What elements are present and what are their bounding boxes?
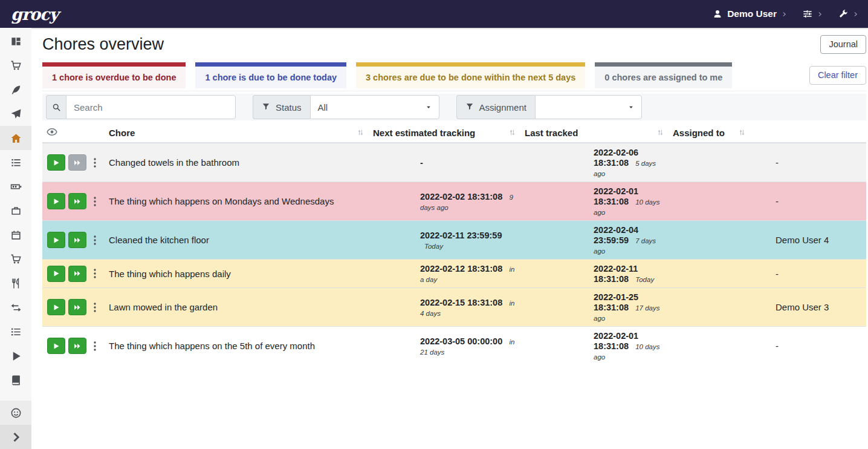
track-execution-button[interactable] (47, 299, 65, 315)
tasks-icon (10, 157, 22, 168)
search-input[interactable] (66, 95, 236, 119)
assigned-to-cell: - (668, 260, 866, 288)
sidebar-item-tasks[interactable] (0, 150, 31, 174)
sidebar-item-calendar[interactable] (0, 223, 31, 247)
last-tracked-cell: 2022-02-04 23:59:59 7 days ago (520, 221, 668, 260)
sidebar-item-transfer[interactable] (0, 295, 31, 320)
next-estimated-tracking-cell: - (368, 143, 520, 182)
grocy-logo[interactable]: grocy (11, 6, 58, 22)
filter-funnel-icon (465, 102, 474, 113)
last-tracked-datetime: 2022-02-06 18:31:08 (594, 148, 638, 168)
status-filter: Status All (253, 95, 439, 119)
search-icon (46, 95, 66, 119)
sidebar-item-battery-tracking[interactable] (0, 368, 31, 392)
track-execution-button[interactable] (47, 232, 65, 248)
next-tracking-datetime: 2022-03-05 00:00:00 (420, 336, 502, 346)
equipment-icon (10, 205, 22, 217)
page-title: Chores overview (42, 34, 164, 55)
track-execution-button[interactable] (47, 266, 65, 282)
last-tracked-datetime: 2022-01-25 18:31:08 (594, 292, 638, 312)
sidebar-item-equipment[interactable] (0, 198, 31, 223)
column-header-next-estimated-tracking[interactable]: Next estimated tracking (368, 123, 520, 143)
sidebar-item-purchase[interactable] (0, 247, 31, 271)
summary-card-assigned-to-me[interactable]: 0 chores are assigned to me (595, 62, 732, 88)
chore-name: The thing which happens on Mondays and W… (104, 182, 368, 221)
search-group (46, 95, 236, 119)
sidebar-item-expand-sidebar[interactable] (0, 425, 31, 449)
skip-execution-button[interactable] (68, 299, 86, 315)
row-menu-button[interactable] (92, 195, 98, 208)
sidebar-item-inventory[interactable] (0, 320, 31, 344)
column-header-last-tracked[interactable]: Last tracked (520, 123, 668, 143)
row-menu-button[interactable] (92, 234, 98, 247)
assigned-to-value: - (776, 269, 779, 279)
chore-name: Lawn mowed in the garden (104, 288, 368, 327)
row-menu-button[interactable] (92, 339, 98, 353)
batteries-overview-icon (10, 181, 22, 192)
clear-filter-button[interactable]: Clear filter (809, 66, 866, 85)
shopping-list-icon (10, 60, 22, 71)
sidebar-item-shopping-list[interactable] (0, 53, 31, 77)
column-visibility-eye-icon[interactable] (47, 128, 57, 136)
row-menu-button[interactable] (92, 267, 98, 280)
skip-execution-button (68, 154, 86, 171)
column-header-chore[interactable]: Chore (104, 123, 368, 143)
chore-row: Lawn mowed in the garden 2022-02-15 18:3… (42, 288, 866, 327)
summary-card-overdue[interactable]: 1 chore is overdue to be done (42, 62, 186, 88)
sidebar-item-chore-tracking[interactable] (0, 344, 31, 368)
inventory-icon (10, 326, 22, 338)
summary-card-due-today[interactable]: 1 chore is due to be done today (195, 62, 346, 88)
last-tracked-datetime: 2022-02-11 18:31:08 (594, 264, 638, 284)
assignment-filter: Assignment (456, 95, 642, 119)
journal-button[interactable]: Journal (820, 35, 866, 54)
sidebar-item-recipes[interactable] (0, 77, 31, 102)
user-icon (713, 9, 722, 19)
next-tracking-datetime: 2022-02-02 18:31:08 (420, 192, 502, 202)
status-select[interactable]: All (310, 95, 439, 119)
chore-row: Cleaned the kitchen floor 2022-02-11 23:… (42, 221, 866, 260)
next-tracking-datetime: 2022-02-12 18:31:08 (420, 264, 502, 274)
sidebar-item-consume[interactable] (0, 271, 31, 295)
track-execution-button[interactable] (47, 338, 65, 354)
chore-name: Changed towels in the bathroom (104, 143, 368, 182)
skip-execution-button[interactable] (68, 338, 86, 354)
last-tracked-datetime: 2022-02-04 23:59:59 (594, 225, 638, 245)
sidebar-bottom (0, 401, 31, 449)
sidebar-item-chores-overview[interactable] (0, 126, 31, 150)
sidebar-item-batteries-overview[interactable] (0, 174, 31, 198)
sidebar-item-meal-plan[interactable] (0, 102, 31, 126)
row-menu-button[interactable] (92, 156, 98, 169)
sidebar-item-stock-overview[interactable] (0, 29, 31, 53)
chore-row: The thing which happens on the 5th of ev… (42, 327, 866, 365)
summary-card-label: 0 chores are assigned to me (604, 73, 722, 82)
skip-execution-button[interactable] (68, 193, 86, 209)
sidebar-item-feedback[interactable] (0, 401, 31, 425)
column-header-assigned-to[interactable]: Assigned to (668, 123, 750, 143)
last-tracked-cell: 2022-02-06 18:31:08 5 days ago (520, 143, 668, 182)
next-estimated-tracking-cell: 2022-02-11 23:59:59 Today (368, 221, 520, 260)
row-menu-button[interactable] (92, 301, 98, 314)
assignment-select[interactable] (535, 95, 642, 119)
settings-menu[interactable] (803, 9, 823, 19)
next-estimated-tracking-cell: 2022-02-12 18:31:08 in a day (368, 260, 520, 288)
assigned-to-value: - (776, 157, 779, 168)
assigned-to-cell: Demo User 4 (668, 221, 866, 260)
chore-row: Changed towels in the bathroom - 2022-02… (42, 143, 866, 182)
track-execution-button[interactable] (47, 154, 65, 171)
admin-menu[interactable] (838, 9, 858, 19)
skip-execution-button[interactable] (68, 232, 86, 248)
caret-down-icon (628, 104, 634, 110)
sort-icon (508, 129, 516, 137)
track-execution-button[interactable] (47, 193, 65, 209)
assigned-to-cell: Demo User 3 (668, 288, 866, 327)
assigned-to-value: Demo User 4 (776, 235, 829, 245)
skip-execution-button[interactable] (68, 266, 86, 282)
filter-bar: Status All Assignment (42, 94, 866, 120)
sort-icon (738, 129, 746, 137)
summary-card-due-soon[interactable]: 3 chores are due to be done within the n… (356, 62, 585, 88)
next-estimated-tracking-cell: 2022-02-15 18:31:08 in 4 days (368, 288, 520, 327)
topbar-menus: Demo User (713, 8, 858, 19)
user-menu[interactable]: Demo User (713, 8, 787, 19)
battery-tracking-icon (10, 375, 22, 386)
filter-funnel-icon (262, 102, 270, 113)
